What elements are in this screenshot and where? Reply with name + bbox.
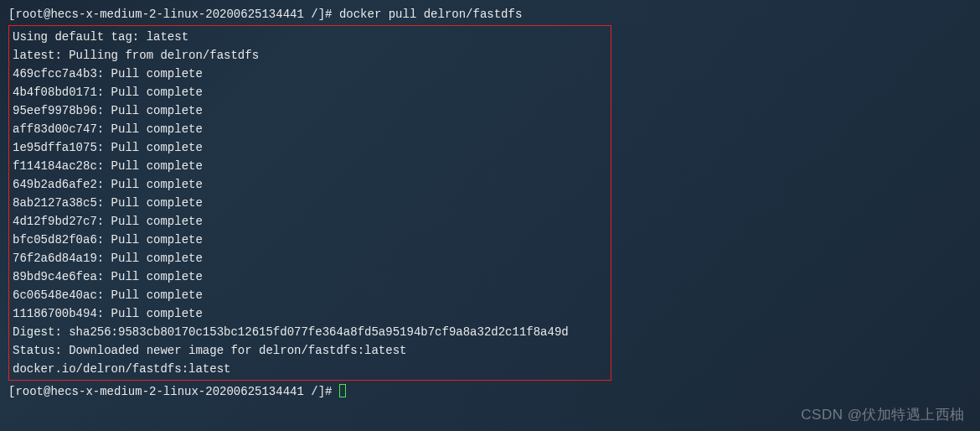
command-text: docker pull delron/fastdfs bbox=[339, 8, 522, 21]
prompt-line-2: [root@hecs-x-medium-2-linux-202006251344… bbox=[8, 382, 972, 401]
output-line: 4d12f9bd27c7: Pull complete bbox=[13, 212, 607, 231]
output-line: 649b2ad6afe2: Pull complete bbox=[13, 175, 607, 194]
output-line: latest: Pulling from delron/fastdfs bbox=[13, 46, 607, 65]
output-line: Status: Downloaded newer image for delro… bbox=[13, 341, 607, 360]
output-line: 6c06548e40ac: Pull complete bbox=[13, 286, 607, 304]
output-line: aff83d00c747: Pull complete bbox=[13, 120, 607, 138]
output-line: docker.io/delron/fastdfs:latest bbox=[13, 360, 607, 378]
output-highlighted-box: Using default tag: latest latest: Pullin… bbox=[8, 25, 611, 381]
terminal-window[interactable]: [root@hecs-x-medium-2-linux-202006251344… bbox=[8, 5, 972, 401]
output-line: 89bd9c4e6fea: Pull complete bbox=[13, 267, 607, 286]
output-line: 11186700b494: Pull complete bbox=[13, 304, 607, 323]
output-line: Using default tag: latest bbox=[13, 28, 607, 46]
watermark-text: CSDN @伏加特遇上西柚 bbox=[801, 406, 965, 424]
output-line: 4b4f08bd0171: Pull complete bbox=[13, 83, 607, 101]
output-line: 76f2a6d84a19: Pull complete bbox=[13, 249, 607, 267]
output-line: 1e95dffa1075: Pull complete bbox=[13, 138, 607, 157]
output-line: 95eef9978b96: Pull complete bbox=[13, 101, 607, 120]
output-line: bfc05d82f0a6: Pull complete bbox=[13, 231, 607, 249]
output-line: f114184ac28c: Pull complete bbox=[13, 157, 607, 175]
output-line: 469cfcc7a4b3: Pull complete bbox=[13, 65, 607, 83]
prompt-line-1: [root@hecs-x-medium-2-linux-202006251344… bbox=[8, 5, 972, 23]
output-line: 8ab2127a38c5: Pull complete bbox=[13, 194, 607, 212]
cursor-icon bbox=[339, 384, 346, 397]
prompt-prefix: [root@hecs-x-medium-2-linux-202006251344… bbox=[8, 385, 339, 398]
prompt-prefix: [root@hecs-x-medium-2-linux-202006251344… bbox=[8, 8, 339, 21]
output-line: Digest: sha256:9583cb80170c153bc12615fd0… bbox=[13, 323, 607, 341]
